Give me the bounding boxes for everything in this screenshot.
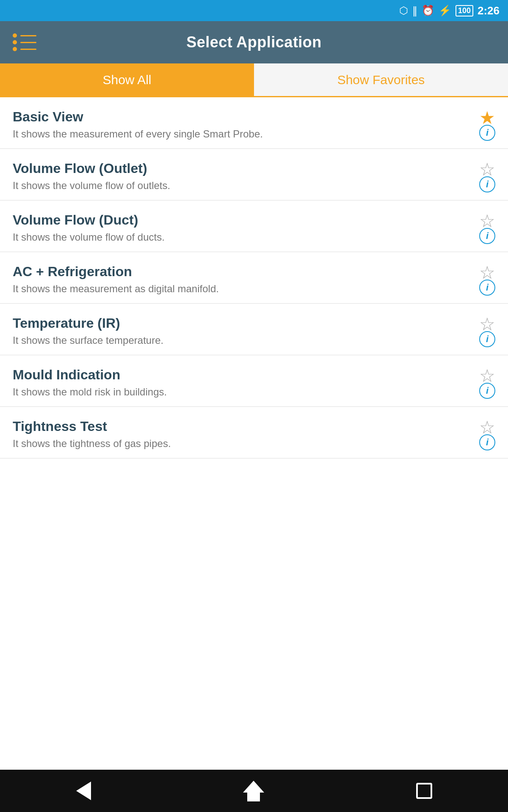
bluetooth-icon: ⬡ [399, 5, 408, 16]
info-button[interactable]: i [479, 434, 495, 450]
page-title: Select Application [186, 33, 322, 51]
home-icon [243, 781, 264, 793]
app-description: It shows the measurement of every single… [13, 128, 495, 140]
favorite-star-icon[interactable]: ☆ [479, 264, 495, 282]
info-button[interactable]: i [479, 125, 495, 141]
app-title: Temperature (IR) [13, 315, 495, 331]
favorite-star-icon[interactable]: ★ [479, 109, 495, 127]
app-list: Basic View It shows the measurement of e… [0, 97, 508, 458]
battery-indicator: 100 [456, 5, 473, 16]
alarm-icon: ⏰ [422, 5, 434, 16]
vibrate-icon: ‖ [412, 5, 417, 16]
info-button[interactable]: i [479, 331, 495, 347]
info-button[interactable]: i [479, 280, 495, 296]
favorite-star-icon[interactable]: ☆ [479, 161, 495, 178]
info-button[interactable]: i [479, 176, 495, 192]
charging-icon: ⚡ [439, 5, 451, 16]
app-description: It shows the surface temperature. [13, 335, 495, 346]
recent-icon [416, 783, 432, 799]
favorite-star-icon[interactable]: ☆ [479, 315, 495, 333]
menu-line-2 [13, 40, 36, 44]
favorite-star-icon[interactable]: ☆ [479, 212, 495, 230]
menu-bar-3 [20, 49, 36, 50]
status-bar: ⬡ ‖ ⏰ ⚡ 100 2:26 [0, 0, 508, 21]
app-header: Select Application [0, 21, 508, 63]
show-all-button[interactable]: Show All [0, 63, 254, 96]
menu-dot-3 [13, 47, 17, 51]
app-title: Volume Flow (Outlet) [13, 161, 495, 176]
app-description: It shows the volume flow of ducts. [13, 231, 495, 243]
bottom-nav-bar [0, 770, 508, 812]
list-item[interactable]: Temperature (IR) It shows the surface te… [0, 304, 508, 355]
home-button[interactable] [243, 781, 264, 801]
app-title: Basic View [13, 109, 495, 125]
app-description: It shows the measurement as digital mani… [13, 283, 495, 295]
info-button[interactable]: i [479, 383, 495, 399]
list-item[interactable]: AC + Refrigeration It shows the measurem… [0, 252, 508, 304]
menu-dot-1 [13, 33, 17, 38]
back-icon [76, 782, 91, 800]
list-item[interactable]: Basic View It shows the measurement of e… [0, 97, 508, 149]
menu-bar-2 [20, 42, 36, 43]
back-button[interactable] [76, 782, 91, 800]
show-favorites-button[interactable]: Show Favorites [254, 63, 508, 96]
menu-line-3 [13, 47, 36, 51]
app-description: It shows the mold risk in buildings. [13, 386, 495, 398]
menu-line-1 [13, 33, 36, 38]
recent-apps-button[interactable] [416, 783, 432, 799]
list-item[interactable]: Volume Flow (Duct) It shows the volume f… [0, 200, 508, 252]
status-time: 2:26 [478, 4, 500, 17]
status-icons: ⬡ ‖ ⏰ ⚡ 100 2:26 [399, 4, 500, 17]
menu-dot-2 [13, 40, 17, 44]
list-item[interactable]: Tightness Test It shows the tightness of… [0, 407, 508, 458]
app-description: It shows the volume flow of outlets. [13, 180, 495, 192]
menu-bar-1 [20, 35, 36, 36]
menu-button[interactable] [13, 33, 36, 51]
app-title: Volume Flow (Duct) [13, 212, 495, 228]
app-description: It shows the tightness of gas pipes. [13, 438, 495, 450]
list-item[interactable]: Mould Indication It shows the mold risk … [0, 355, 508, 407]
home-icon-body [247, 792, 260, 801]
toggle-bar: Show All Show Favorites [0, 63, 508, 97]
favorite-star-icon[interactable]: ☆ [479, 419, 495, 436]
list-item[interactable]: Volume Flow (Outlet) It shows the volume… [0, 149, 508, 200]
app-title: Tightness Test [13, 419, 495, 434]
info-button[interactable]: i [479, 228, 495, 244]
app-title: Mould Indication [13, 367, 495, 383]
app-title: AC + Refrigeration [13, 264, 495, 280]
favorite-star-icon[interactable]: ☆ [479, 367, 495, 385]
